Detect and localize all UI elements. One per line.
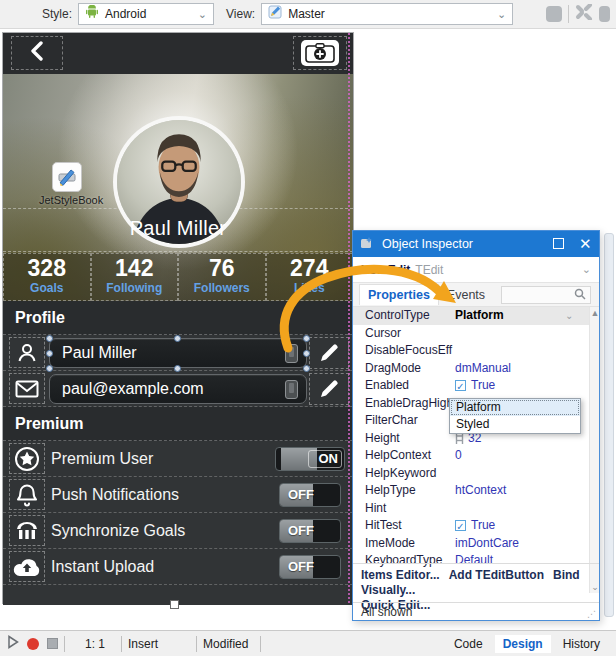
checkbox-checked-icon[interactable]: ✓ <box>455 380 466 391</box>
dropdown-option-styled[interactable]: Styled <box>450 416 580 433</box>
property-row[interactable]: Cursor <box>353 325 599 343</box>
style-select[interactable]: Android ⌄ <box>78 3 214 25</box>
name-input[interactable]: Paul Miller <box>49 338 307 368</box>
instant-upload-row: Instant Upload OFF <box>3 549 353 585</box>
property-row[interactable]: Enabled ✓True <box>353 377 599 395</box>
section-header-profile: Profile <box>3 301 353 335</box>
toggle-label: Premium User <box>51 441 153 477</box>
property-row[interactable]: HelpKeyword <box>353 465 599 483</box>
modified-flag: Modified <box>203 637 248 651</box>
master-view-icon <box>268 5 282 23</box>
tab-history[interactable]: History <box>555 635 608 653</box>
inspector-status: All shown ⋰ <box>353 602 599 621</box>
selection-handle[interactable] <box>46 350 53 357</box>
resize-grip-icon[interactable]: ⋰ <box>587 609 597 619</box>
add-teditbutton-link[interactable]: Add TEditButton <box>449 568 544 582</box>
premium-user-toggle[interactable]: ON <box>275 447 345 471</box>
property-grid: ControlType Platform ⌄ Cursor DisableFoc… <box>353 307 599 593</box>
close-icon[interactable]: ✕ <box>579 235 592 253</box>
jetstylebook-component[interactable]: JetStyleBook <box>39 162 95 206</box>
bell-icon <box>9 479 45 510</box>
push-notifications-row: Push Notifications OFF <box>3 477 353 513</box>
back-chevron-icon <box>30 41 44 65</box>
selection-handle[interactable] <box>303 335 310 342</box>
instant-upload-toggle[interactable]: OFF <box>279 555 341 579</box>
style-label: Style: <box>42 7 72 21</box>
premium-user-row: Premium User ON <box>3 441 353 477</box>
property-row[interactable]: DisableFocusEff <box>353 342 599 360</box>
stat-following[interactable]: 142 Following <box>91 253 179 301</box>
property-row[interactable]: Hint <box>353 500 599 518</box>
selection-handle[interactable] <box>174 335 181 342</box>
tab-properties[interactable]: Properties <box>359 284 439 305</box>
property-row[interactable]: HitTest ✓True <box>353 517 599 535</box>
view-select[interactable]: Master ⌄ <box>261 3 513 25</box>
size-constraint-icon <box>455 433 464 444</box>
email-field-row: paul@example.com <box>3 371 353 407</box>
stat-followers[interactable]: 76 Followers <box>178 253 266 301</box>
selection-handle[interactable] <box>46 335 53 342</box>
synchronize-goals-row: Synchronize Goals OFF <box>3 513 353 549</box>
edit-email-button[interactable] <box>309 373 349 405</box>
mail-icon <box>9 373 45 404</box>
property-grid-scrollbar[interactable]: ▲ ⌄ <box>589 307 599 593</box>
object-inspector-window: Object Inspector ✕ UserEdit TEdit ⌄ Prop… <box>352 230 600 621</box>
selection-handle[interactable] <box>174 365 181 372</box>
chevron-down-icon[interactable]: ⌄ <box>565 307 573 325</box>
back-button[interactable] <box>11 36 63 70</box>
property-row[interactable]: DragMode dmManual <box>353 360 599 378</box>
property-row[interactable]: HelpContext 0 <box>353 447 599 465</box>
person-icon <box>9 337 45 368</box>
stat-goals[interactable]: 328 Goals <box>3 253 91 301</box>
property-row[interactable]: ImeMode imDontCare <box>353 535 599 553</box>
statusbar-divider <box>260 636 261 652</box>
device-icon[interactable] <box>546 6 562 22</box>
pencil-icon <box>319 343 339 363</box>
quick-action-links: Items Editor...Add TEditButtonBind Visua… <box>353 563 599 602</box>
profile-name-label: Paul Miller <box>3 217 353 240</box>
record-icon[interactable] <box>27 638 39 650</box>
tab-events[interactable]: Events <box>439 285 493 305</box>
cloud-upload-icon <box>9 551 45 582</box>
tab-code[interactable]: Code <box>446 635 491 653</box>
status-bar: 1: 1 Insert Modified Code Design History <box>0 630 616 656</box>
name-field-row: Paul Miller <box>3 335 353 371</box>
selection-handle[interactable] <box>303 350 310 357</box>
bank-icon <box>9 515 45 546</box>
object-selector[interactable]: UserEdit TEdit ⌄ <box>353 257 599 283</box>
synchronize-goals-toggle[interactable]: OFF <box>279 519 341 543</box>
property-search-input[interactable] <box>501 286 591 304</box>
scroll-up-icon[interactable]: ▲ <box>590 308 599 318</box>
anchor-guideline <box>348 33 350 603</box>
edit-name-button[interactable] <box>309 337 349 369</box>
maximize-button[interactable] <box>553 238 564 249</box>
window-title: Object Inspector <box>382 237 473 251</box>
selection-handle[interactable] <box>303 365 310 372</box>
toggle-label: Instant Upload <box>51 549 154 585</box>
style-select-value: Android <box>105 7 146 21</box>
unbind-icon[interactable] <box>575 4 593 24</box>
dropdown-option-platform[interactable]: Platform <box>450 399 580 416</box>
stop-icon[interactable] <box>47 638 58 649</box>
phone-navbar <box>3 33 353 74</box>
form-resize-handle[interactable] <box>170 600 179 609</box>
panel-icon[interactable] <box>599 6 610 22</box>
component-label: JetStyleBook <box>39 194 95 206</box>
selection-handle[interactable] <box>46 365 53 372</box>
email-input[interactable]: paul@example.com <box>49 374 307 404</box>
property-row[interactable]: ControlType Platform ⌄ <box>353 307 599 325</box>
editor-view-switch: Code Design History <box>446 635 608 653</box>
statusbar-divider <box>196 636 197 652</box>
checkbox-checked-icon[interactable]: ✓ <box>455 520 466 531</box>
property-row[interactable]: HelpType htContext <box>353 482 599 500</box>
tab-design[interactable]: Design <box>495 635 551 653</box>
items-editor-link[interactable]: Items Editor... <box>361 568 440 582</box>
docked-panel-edge[interactable] <box>604 233 614 617</box>
stats-bar: 328 Goals 142 Following 76 Followers 274… <box>3 253 353 301</box>
run-icon[interactable] <box>7 635 19 652</box>
form-designer-phone[interactable]: JetStyleBook Paul Miller 328 Goals 142 F… <box>2 32 354 604</box>
object-inspector-titlebar[interactable]: Object Inspector ✕ <box>353 231 599 257</box>
change-photo-button[interactable] <box>293 36 347 70</box>
push-notifications-toggle[interactable]: OFF <box>279 483 341 507</box>
stat-likes[interactable]: 274 Likes <box>266 253 354 301</box>
